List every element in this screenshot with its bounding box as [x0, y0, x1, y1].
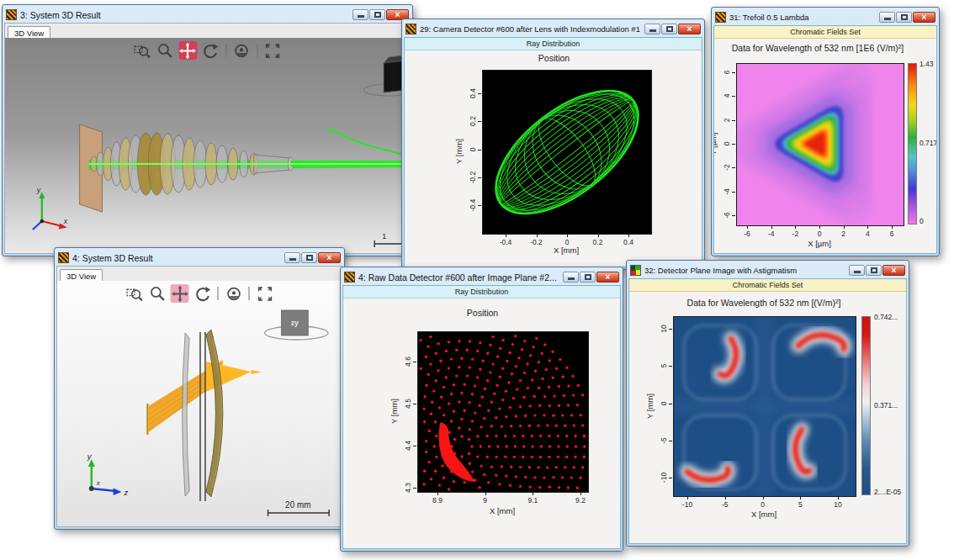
titlebar[interactable]: 32: Detector Plane Image with Astigmatis…: [628, 262, 907, 278]
minimize-icon: [289, 258, 296, 261]
y-tick-label-text: 4: [723, 94, 731, 98]
minimize-icon: [358, 15, 364, 18]
colorbar-min-label: 2....E-05: [874, 488, 901, 496]
window-icon: [405, 24, 416, 34]
titlebar[interactable]: 3: System 3D Result ×: [4, 7, 411, 23]
close-button[interactable]: ×: [318, 252, 341, 263]
y-tick-mark: [732, 120, 735, 121]
y-axis-label-text: Y [mm]: [645, 394, 655, 419]
3d-viewport[interactable]: yx1: [5, 38, 410, 253]
chart-area: PositionY [mm]-0.4-0.200.20.40.40.20-0.2…: [405, 50, 702, 267]
maximize-button[interactable]: [580, 272, 596, 283]
window-controls: ×: [352, 9, 409, 20]
astig-plot[interactable]: [673, 316, 856, 497]
desktop: 3: System 3D Result × 3D View yx1 29: Ca…: [0, 0, 954, 560]
x-tick-mark: [687, 496, 688, 499]
close-button[interactable]: ×: [913, 12, 935, 23]
window-controls: ×: [849, 265, 905, 276]
y-tick-label-text: 5: [660, 364, 668, 368]
x-tick-mark: [892, 225, 893, 229]
window-body: 3D View yx1: [4, 23, 411, 254]
zoom-icon[interactable]: [148, 284, 167, 303]
raw_ray-plot[interactable]: [417, 331, 589, 493]
x-tick-mark: [580, 492, 581, 495]
titlebar[interactable]: 4: Raw Data Detector #600 after Image Pl…: [342, 269, 621, 285]
x-tick-label: 0.4: [623, 238, 633, 246]
trefoil-plot[interactable]: [736, 63, 904, 226]
close-button[interactable]: ×: [882, 265, 905, 276]
view-cube-label: zy: [291, 319, 299, 327]
y-tick-label-text: 4.3: [404, 483, 412, 493]
minimize-button[interactable]: [352, 9, 368, 20]
x-tick-label: 2: [841, 230, 845, 238]
x-tick-label: -4: [768, 230, 775, 238]
fit-view-icon[interactable]: [263, 41, 282, 60]
fit-view-icon[interactable]: [256, 284, 274, 303]
window-title: 3: System 3D Result: [20, 10, 349, 20]
close-button[interactable]: ×: [596, 272, 619, 283]
y-tick-mark: [413, 446, 416, 446]
astig-colorbar: [861, 316, 871, 495]
scale-bar-label: 1: [382, 232, 386, 240]
colorbar-max-label: 0.742...: [874, 313, 898, 321]
scale-bar-label: 20 mm: [285, 500, 310, 510]
toolbar-separator: [257, 44, 257, 57]
y-tick-mark: [669, 478, 672, 478]
zoom-selection-icon[interactable]: [125, 284, 144, 303]
titlebar[interactable]: 31: Trefoil 0.5 Lambda ×: [713, 9, 937, 25]
window-body: Ray Distribution PositionY [mm]-0.4-0.20…: [404, 37, 702, 267]
maximize-button[interactable]: [896, 12, 912, 23]
titlebar[interactable]: 4: System 3D Result ×: [56, 250, 342, 266]
y-tick-mark: [478, 93, 481, 94]
3d-toolbar: [125, 284, 274, 303]
window-icon: [58, 252, 69, 263]
window-icon: [715, 12, 726, 23]
maximize-button[interactable]: [369, 9, 385, 20]
maximize-icon: [871, 267, 877, 273]
minimize-button[interactable]: [284, 252, 300, 263]
axis-label-z: z: [124, 488, 129, 497]
y-tick-mark: [413, 404, 416, 404]
maximize-button[interactable]: [301, 252, 317, 263]
x-tick-mark: [537, 234, 538, 237]
titlebar[interactable]: 29: Camera Detector #600 after Lens with…: [404, 21, 702, 37]
x-tick-mark: [763, 496, 764, 499]
maximize-icon: [666, 26, 673, 32]
window-title: 4: Raw Data Detector #600 after Image Pl…: [358, 272, 559, 283]
colorbar-max-label: 1.43: [920, 60, 934, 68]
pan-icon[interactable]: [171, 284, 189, 303]
minimize-button[interactable]: [879, 12, 895, 23]
zoom-icon[interactable]: [156, 41, 174, 60]
x-tick-mark: [800, 496, 801, 499]
pan-icon[interactable]: [178, 41, 197, 60]
rotate-icon[interactable]: [201, 41, 220, 60]
rotate-icon[interactable]: [193, 284, 212, 303]
camera-perspective-icon[interactable]: [225, 284, 243, 303]
minimize-button[interactable]: [644, 24, 660, 34]
maximize-button[interactable]: [661, 24, 677, 34]
window-astigmatism-detector: 32: Detector Plane Image with Astigmatis…: [626, 260, 909, 547]
chart-area: Data for Wavelength of 532 nm [(V/m)²]Y …: [629, 291, 906, 543]
maximize-button[interactable]: [866, 265, 882, 276]
window-title: 4: System 3D Result: [72, 253, 281, 263]
y-tick-mark: [478, 150, 481, 151]
camera_ray-x-axis-label: X [mm]: [554, 246, 579, 255]
camera-perspective-icon[interactable]: [232, 41, 251, 60]
chart-area: Data for Wavelength of 532 nm [1E6 (V/m)…: [714, 38, 936, 253]
camera_ray-plot[interactable]: [482, 70, 652, 235]
x-tick-mark: [598, 234, 599, 237]
trefoil-x-axis-label: X [µm]: [808, 239, 831, 248]
y-tick-mark: [732, 167, 735, 168]
maximize-icon: [901, 14, 908, 20]
zoom-selection-icon[interactable]: [133, 41, 151, 60]
minimize-button[interactable]: [563, 272, 579, 283]
minimize-button[interactable]: [849, 265, 865, 276]
3d-viewport[interactable]: zyyzx20 mm: [57, 281, 342, 526]
astig-plot-title: Data for Wavelength of 532 nm [(V/m)²]: [655, 298, 873, 308]
x-tick-label: -10: [682, 500, 692, 509]
3d-scene: yx1: [5, 38, 410, 253]
close-button[interactable]: ×: [678, 24, 701, 34]
toolbar-separator: [249, 287, 250, 300]
window-system-3d-result-a: 3: System 3D Result × 3D View yx1: [2, 4, 413, 256]
x-tick-label: 0: [818, 230, 822, 238]
